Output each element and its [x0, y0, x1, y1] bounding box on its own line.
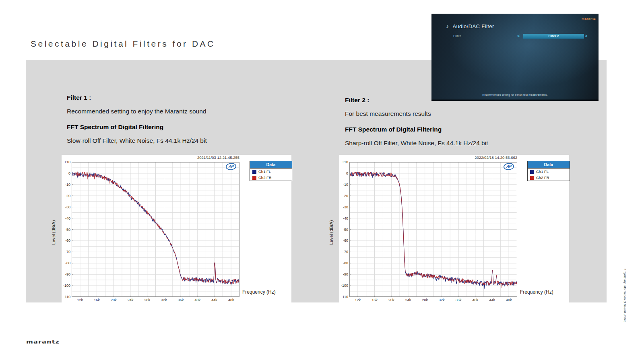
- x-tick-label: 36k: [174, 298, 188, 302]
- y-tick-label: +10: [339, 160, 348, 164]
- y-axis-title-right: Level (dBrA): [329, 214, 334, 251]
- legend: DataCh1 FLCh2 FR: [250, 161, 292, 181]
- filter-select-value[interactable]: Filter 2: [523, 34, 584, 39]
- x-tick-label: 12k: [73, 298, 87, 302]
- y-tick-label: -50: [339, 228, 348, 232]
- page-title: Selectable Digital Filters for DAC: [31, 39, 215, 49]
- x-tick-label: 24k: [124, 298, 137, 302]
- y-tick-label: -10: [62, 183, 70, 187]
- legend-label: Ch1 FL: [258, 169, 271, 174]
- legend: DataCh1 FLCh2 FR: [527, 161, 570, 181]
- plot-area: [72, 162, 239, 297]
- x-tick-label: 12k: [351, 298, 365, 302]
- osd-hint-text: Recommended setting for bench test measu…: [431, 93, 599, 96]
- x-tick-label: 28k: [418, 298, 432, 302]
- filter2-name: Filter 2 :: [345, 97, 586, 104]
- music-note-icon: ♪: [446, 23, 449, 29]
- x-tick-label: 32k: [157, 298, 171, 302]
- y-tick-label: -90: [339, 272, 348, 276]
- x-tick-label: 28k: [140, 298, 154, 302]
- marantz-osd-logo: marantz: [582, 17, 596, 21]
- left-arrow-icon[interactable]: <: [517, 33, 520, 38]
- right-arrow-icon[interactable]: >: [585, 33, 587, 38]
- x-tick-label: 16k: [368, 298, 382, 302]
- y-tick-label: +10: [62, 160, 70, 164]
- y-tick-label: -40: [62, 216, 70, 220]
- y-tick-label: -100: [62, 284, 70, 288]
- x-tick-label: 32k: [435, 298, 448, 302]
- osd-title-row: ♪ Audio/DAC Filter: [446, 23, 494, 29]
- filter2-chart-heading: FFT Spectrum of Digital Filtering: [345, 126, 586, 133]
- legend-label: Ch2 FR: [258, 175, 272, 180]
- filter1-chart-heading: FFT Spectrum of Digital Filtering: [67, 123, 308, 131]
- legend-color-swatch: [530, 176, 534, 180]
- filter1-text-block: Filter 1 : Recommended setting to enjoy …: [67, 94, 308, 144]
- y-tick-label: -100: [339, 284, 348, 288]
- y-tick-label: -60: [339, 239, 348, 243]
- filter2-chart-subheading: Sharp-roll Off Filter, White Noise, Fs 4…: [345, 140, 586, 147]
- x-tick-label: 48k: [224, 298, 238, 302]
- y-tick-label: -110: [339, 295, 348, 299]
- y-tick-label: -60: [62, 239, 70, 243]
- filter1-description: Recommended setting to enjoy the Marantz…: [67, 108, 308, 115]
- y-tick-label: -20: [62, 194, 70, 198]
- legend-label: Ch1 FL: [536, 169, 549, 174]
- y-tick-label: -80: [62, 261, 70, 265]
- filter1-chart-subheading: Slow-roll Off Filter, White Noise, Fs 44…: [67, 137, 308, 144]
- marantz-footer-logo: marantz: [26, 339, 60, 345]
- x-axis-title: Frequency (Hz): [520, 289, 553, 295]
- legend-row: Ch2 FR: [528, 175, 570, 181]
- filter2-description: For best measurements results: [345, 110, 586, 117]
- legend-label: Ch2 FR: [536, 175, 549, 180]
- osd-title: Audio/DAC Filter: [452, 23, 494, 29]
- y-tick-label: -90: [62, 272, 70, 276]
- y-tick-label: -80: [339, 261, 348, 265]
- y-tick-label: -40: [339, 216, 348, 220]
- legend-color-swatch: [252, 170, 256, 174]
- legend-color-swatch: [252, 176, 256, 180]
- fft-chart-filter2: 2022/02/18 14:20:56.662+100-10-20-30-40-…: [339, 155, 569, 302]
- x-tick-label: 48k: [502, 298, 516, 302]
- x-axis-title: Frequency (Hz): [242, 289, 276, 295]
- y-tick-label: -110: [62, 295, 70, 299]
- y-tick-label: -30: [62, 205, 70, 209]
- x-tick-label: 20k: [384, 298, 398, 302]
- y-tick-label: -50: [62, 228, 70, 232]
- x-tick-label: 20k: [107, 298, 120, 302]
- x-tick-label: 16k: [90, 298, 104, 302]
- chart-timestamp: 2022/02/18 14:20:56.662: [339, 155, 517, 160]
- y-tick-label: -30: [339, 205, 348, 209]
- y-axis-title-left: Level (dBrA): [51, 214, 57, 251]
- x-tick-label: 36k: [452, 298, 465, 302]
- x-tick-label: 40k: [469, 298, 482, 302]
- chart-timestamp: 2021/11/03 12:21:45.255: [62, 155, 239, 160]
- y-tick-label: -20: [339, 194, 348, 198]
- filter1-name: Filter 1 :: [67, 94, 308, 101]
- y-tick-label: -70: [62, 250, 70, 254]
- x-tick-label: 24k: [401, 298, 415, 302]
- legend-color-swatch: [530, 170, 534, 174]
- legend-row: Ch1 FL: [528, 169, 570, 175]
- x-tick-label: 44k: [207, 298, 221, 302]
- proprietary-side-note: Proprietary information of Sound United: [623, 269, 626, 323]
- plot-area: [349, 162, 517, 297]
- x-tick-label: 44k: [485, 298, 499, 302]
- y-tick-label: 0: [339, 171, 348, 175]
- legend-row: Ch1 FL: [250, 169, 292, 175]
- y-tick-label: 0: [62, 171, 70, 175]
- fft-chart-filter1: 2021/11/03 12:21:45.255+100-10-20-30-40-…: [62, 155, 291, 302]
- y-tick-label: -70: [339, 250, 348, 254]
- filter2-text-block: Filter 2 : For best measurements results…: [345, 97, 586, 147]
- y-tick-label: -10: [339, 183, 348, 187]
- x-tick-label: 40k: [191, 298, 204, 302]
- legend-header: Data: [250, 161, 292, 169]
- legend-row: Ch2 FR: [250, 175, 292, 181]
- osd-filter-label: Filter: [453, 34, 461, 38]
- legend-header: Data: [528, 161, 570, 169]
- osd-screenshot: marantz ♪ Audio/DAC Filter Filter < Filt…: [431, 14, 599, 101]
